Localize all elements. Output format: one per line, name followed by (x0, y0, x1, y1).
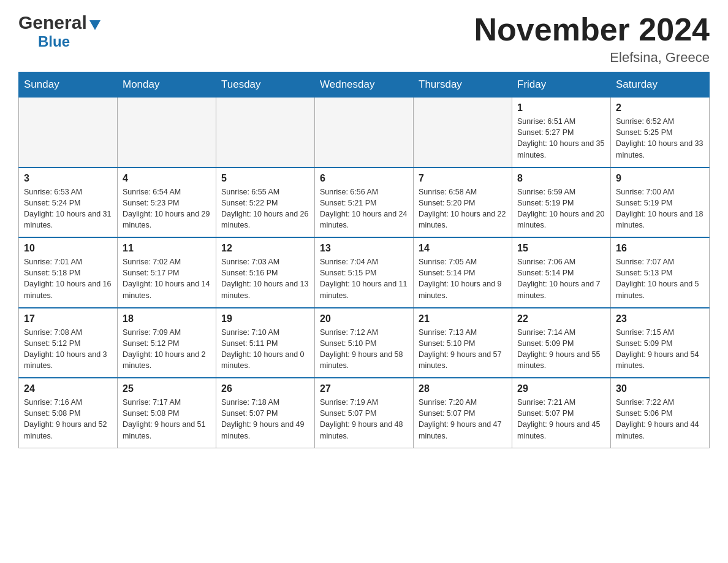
logo-triangle-icon (89, 20, 100, 30)
day-number: 16 (616, 243, 704, 254)
location-subtitle: Elefsina, Greece (474, 50, 710, 66)
calendar-header-row: Sunday Monday Tuesday Wednesday Thursday… (19, 72, 710, 98)
calendar-table: Sunday Monday Tuesday Wednesday Thursday… (18, 72, 710, 448)
title-section: November 2024 Elefsina, Greece (474, 12, 710, 66)
day-number: 20 (320, 313, 408, 324)
day-info: Sunrise: 7:07 AM Sunset: 5:13 PM Dayligh… (616, 256, 704, 301)
calendar-week-row: 24Sunrise: 7:16 AM Sunset: 5:08 PM Dayli… (19, 378, 710, 448)
table-row: 16Sunrise: 7:07 AM Sunset: 5:13 PM Dayli… (611, 237, 710, 308)
day-info: Sunrise: 7:02 AM Sunset: 5:17 PM Dayligh… (123, 256, 211, 301)
table-row: 28Sunrise: 7:20 AM Sunset: 5:07 PM Dayli… (414, 378, 512, 448)
calendar-week-row: 3Sunrise: 6:53 AM Sunset: 5:24 PM Daylig… (19, 167, 710, 238)
day-info: Sunrise: 7:20 AM Sunset: 5:07 PM Dayligh… (419, 397, 507, 442)
table-row: 29Sunrise: 7:21 AM Sunset: 5:07 PM Dayli… (512, 378, 611, 448)
table-row: 13Sunrise: 7:04 AM Sunset: 5:15 PM Dayli… (315, 237, 414, 308)
header-friday: Friday (512, 72, 611, 98)
day-info: Sunrise: 7:04 AM Sunset: 5:15 PM Dayligh… (320, 256, 408, 301)
day-number: 23 (616, 313, 704, 324)
header-thursday: Thursday (414, 72, 512, 98)
table-row: 23Sunrise: 7:15 AM Sunset: 5:09 PM Dayli… (611, 308, 710, 378)
table-row: 4Sunrise: 6:54 AM Sunset: 5:23 PM Daylig… (118, 167, 216, 238)
day-info: Sunrise: 6:56 AM Sunset: 5:21 PM Dayligh… (320, 186, 408, 231)
day-info: Sunrise: 7:00 AM Sunset: 5:19 PM Dayligh… (616, 186, 704, 231)
table-row (315, 98, 414, 167)
day-info: Sunrise: 7:14 AM Sunset: 5:09 PM Dayligh… (517, 327, 605, 372)
header-monday: Monday (118, 72, 216, 98)
day-info: Sunrise: 6:52 AM Sunset: 5:25 PM Dayligh… (616, 116, 704, 161)
day-number: 29 (517, 383, 605, 394)
table-row: 18Sunrise: 7:09 AM Sunset: 5:12 PM Dayli… (118, 308, 216, 378)
table-row (19, 98, 118, 167)
table-row: 30Sunrise: 7:22 AM Sunset: 5:06 PM Dayli… (611, 378, 710, 448)
table-row: 19Sunrise: 7:10 AM Sunset: 5:11 PM Dayli… (216, 308, 315, 378)
day-info: Sunrise: 7:05 AM Sunset: 5:14 PM Dayligh… (419, 256, 507, 301)
day-info: Sunrise: 7:12 AM Sunset: 5:10 PM Dayligh… (320, 327, 408, 372)
day-number: 18 (123, 313, 211, 324)
day-number: 8 (517, 173, 605, 184)
day-number: 9 (616, 173, 704, 184)
day-info: Sunrise: 6:53 AM Sunset: 5:24 PM Dayligh… (24, 186, 112, 231)
table-row: 8Sunrise: 6:59 AM Sunset: 5:19 PM Daylig… (512, 167, 611, 238)
page-header: General Blue November 2024 Elefsina, Gre… (18, 12, 710, 66)
table-row: 21Sunrise: 7:13 AM Sunset: 5:10 PM Dayli… (414, 308, 512, 378)
table-row: 24Sunrise: 7:16 AM Sunset: 5:08 PM Dayli… (19, 378, 118, 448)
day-number: 28 (419, 383, 507, 394)
day-info: Sunrise: 7:09 AM Sunset: 5:12 PM Dayligh… (123, 327, 211, 372)
header-wednesday: Wednesday (315, 72, 414, 98)
table-row: 2Sunrise: 6:52 AM Sunset: 5:25 PM Daylig… (611, 98, 710, 167)
day-info: Sunrise: 6:59 AM Sunset: 5:19 PM Dayligh… (517, 186, 605, 231)
logo-general-text: General (18, 12, 87, 33)
calendar-week-row: 17Sunrise: 7:08 AM Sunset: 5:12 PM Dayli… (19, 308, 710, 378)
day-number: 25 (123, 383, 211, 394)
day-number: 24 (24, 383, 112, 394)
calendar-week-row: 10Sunrise: 7:01 AM Sunset: 5:18 PM Dayli… (19, 237, 710, 308)
day-info: Sunrise: 7:01 AM Sunset: 5:18 PM Dayligh… (24, 256, 112, 301)
day-info: Sunrise: 7:15 AM Sunset: 5:09 PM Dayligh… (616, 327, 704, 372)
day-number: 3 (24, 173, 112, 184)
header-tuesday: Tuesday (216, 72, 315, 98)
table-row: 20Sunrise: 7:12 AM Sunset: 5:10 PM Dayli… (315, 308, 414, 378)
table-row: 27Sunrise: 7:19 AM Sunset: 5:07 PM Dayli… (315, 378, 414, 448)
day-number: 11 (123, 243, 211, 254)
table-row: 10Sunrise: 7:01 AM Sunset: 5:18 PM Dayli… (19, 237, 118, 308)
day-number: 4 (123, 173, 211, 184)
day-number: 10 (24, 243, 112, 254)
day-info: Sunrise: 7:19 AM Sunset: 5:07 PM Dayligh… (320, 397, 408, 442)
table-row: 5Sunrise: 6:55 AM Sunset: 5:22 PM Daylig… (216, 167, 315, 238)
table-row: 7Sunrise: 6:58 AM Sunset: 5:20 PM Daylig… (414, 167, 512, 238)
logo: General Blue (18, 12, 100, 50)
day-number: 30 (616, 383, 704, 394)
day-number: 1 (517, 102, 605, 113)
day-number: 21 (419, 313, 507, 324)
day-number: 13 (320, 243, 408, 254)
table-row: 22Sunrise: 7:14 AM Sunset: 5:09 PM Dayli… (512, 308, 611, 378)
day-number: 27 (320, 383, 408, 394)
day-info: Sunrise: 7:08 AM Sunset: 5:12 PM Dayligh… (24, 327, 112, 372)
day-info: Sunrise: 7:03 AM Sunset: 5:16 PM Dayligh… (221, 256, 309, 301)
day-info: Sunrise: 6:51 AM Sunset: 5:27 PM Dayligh… (517, 116, 605, 161)
day-info: Sunrise: 7:17 AM Sunset: 5:08 PM Dayligh… (123, 397, 211, 442)
table-row: 1Sunrise: 6:51 AM Sunset: 5:27 PM Daylig… (512, 98, 611, 167)
table-row: 6Sunrise: 6:56 AM Sunset: 5:21 PM Daylig… (315, 167, 414, 238)
month-year-title: November 2024 (474, 12, 710, 47)
table-row: 11Sunrise: 7:02 AM Sunset: 5:17 PM Dayli… (118, 237, 216, 308)
table-row: 17Sunrise: 7:08 AM Sunset: 5:12 PM Dayli… (19, 308, 118, 378)
calendar-week-row: 1Sunrise: 6:51 AM Sunset: 5:27 PM Daylig… (19, 98, 710, 167)
logo-blue-text: Blue (38, 33, 70, 50)
day-number: 17 (24, 313, 112, 324)
day-info: Sunrise: 7:10 AM Sunset: 5:11 PM Dayligh… (221, 327, 309, 372)
day-number: 15 (517, 243, 605, 254)
day-number: 2 (616, 102, 704, 113)
day-number: 19 (221, 313, 309, 324)
header-saturday: Saturday (611, 72, 710, 98)
day-info: Sunrise: 7:06 AM Sunset: 5:14 PM Dayligh… (517, 256, 605, 301)
day-info: Sunrise: 6:55 AM Sunset: 5:22 PM Dayligh… (221, 186, 309, 231)
table-row (414, 98, 512, 167)
day-number: 14 (419, 243, 507, 254)
day-number: 7 (419, 173, 507, 184)
table-row: 3Sunrise: 6:53 AM Sunset: 5:24 PM Daylig… (19, 167, 118, 238)
table-row: 15Sunrise: 7:06 AM Sunset: 5:14 PM Dayli… (512, 237, 611, 308)
header-sunday: Sunday (19, 72, 118, 98)
day-info: Sunrise: 6:54 AM Sunset: 5:23 PM Dayligh… (123, 186, 211, 231)
table-row (118, 98, 216, 167)
